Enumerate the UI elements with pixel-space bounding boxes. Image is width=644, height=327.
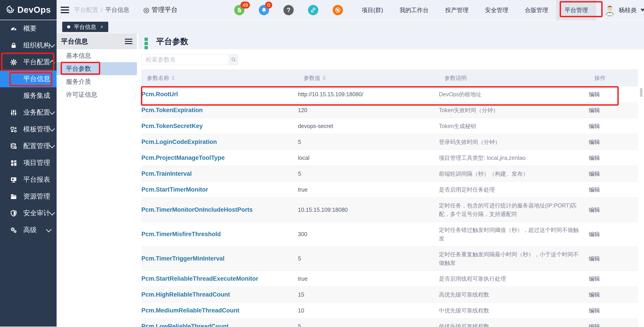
app-logo[interactable]: DevOps	[0, 0, 56, 20]
param-value: 10.15.15.109:18080	[298, 207, 439, 213]
secondary-sidebar-header: 平台信息	[56, 34, 137, 49]
edit-link[interactable]: 编辑	[589, 231, 600, 237]
secondary-menu-icon[interactable]	[125, 39, 132, 44]
table-row[interactable]: Pcm.TimerMonitorOnIncludeHostPorts 10.15…	[141, 198, 638, 222]
table-row[interactable]: Pcm.TimerMisfireThreshold 300 定时任务错过触发时间…	[141, 222, 638, 246]
tab-platform-info[interactable]: 平台信息 ×	[62, 22, 108, 32]
param-name-link[interactable]: Pcm.TimerMisfireThreshold	[141, 231, 221, 237]
sidebar-item-advanced[interactable]: 高级	[0, 222, 56, 238]
param-name-link[interactable]: Pcm.TokenSecretKey	[141, 123, 203, 129]
breadcrumb-parent[interactable]: 平台配置	[74, 6, 98, 14]
param-name-link[interactable]: Pcm.MediumReliableThreadCount	[141, 307, 239, 314]
sidebar-item-platform-report[interactable]: 平台报表	[0, 171, 56, 188]
edit-link[interactable]: 编辑	[589, 307, 600, 313]
secondary-sidebar-items: 基本信息平台参数服务介质许可证信息	[56, 49, 137, 101]
search-button[interactable]	[229, 54, 238, 65]
user-menu[interactable]: 杨桂炎	[604, 0, 644, 20]
param-name-link[interactable]: Pcm.TokenExpiration	[141, 107, 203, 114]
param-name-link[interactable]: Pcm.RootUrl	[141, 91, 178, 98]
sidebar-item-service-integration[interactable]: 服务集成	[0, 87, 56, 104]
link-icon[interactable]	[308, 5, 318, 15]
nav-item-安全管理[interactable]: 安全管理	[477, 0, 516, 20]
collapse-menu-icon[interactable]	[60, 0, 69, 20]
secondary-item-服务介质[interactable]: 服务介质	[56, 75, 137, 88]
sidebar-item-platform-info[interactable]: 平台信息	[0, 71, 56, 87]
table-row[interactable]: Pcm.StartReliableThreadExecuteMonitor tr…	[141, 271, 638, 287]
param-desc: 中优先级可靠线程数	[439, 306, 589, 315]
tab-close-icon[interactable]: ×	[100, 24, 103, 30]
sidebar-item-label: 模板管理	[23, 125, 50, 134]
right-column: 平台信息 × 平台信息 基本信息平台参数服务介质许可证信息 平台参数	[56, 20, 644, 326]
table-row[interactable]: Pcm.LowReliableThreadCount 5 低优先级可靠线程数 编…	[141, 318, 638, 327]
chevron-up-icon	[49, 60, 55, 66]
column-header-参数名称[interactable]: 参数名称	[147, 74, 304, 82]
param-name-link[interactable]: Pcm.StartReliableThreadExecuteMonitor	[141, 275, 258, 282]
table-row[interactable]: Pcm.LoginCodeExpiration 5 登录码失效时间（分钟） 编辑	[141, 134, 638, 150]
vertical-scrollbar[interactable]	[640, 88, 642, 97]
sidebar-item-template-mgmt[interactable]: 模板管理	[0, 121, 56, 138]
column-header-参数说明: 参数说明	[444, 74, 594, 82]
table-row[interactable]: Pcm.RootUrl http://10.15.15.109:18080/ D…	[141, 86, 638, 102]
sidebar-item-organization[interactable]: 组织机构	[0, 37, 56, 54]
nav-item-合版管理[interactable]: 合版管理	[516, 0, 556, 20]
param-value: 5	[298, 323, 439, 327]
table-row[interactable]: Pcm.TokenExpiration 120 Token失效时间（分钟） 编辑	[141, 102, 638, 118]
edit-link[interactable]: 编辑	[589, 123, 600, 129]
param-name-link[interactable]: Pcm.HighReliableThreadCount	[141, 291, 230, 298]
help-icon[interactable]: ?	[284, 5, 294, 15]
edit-link[interactable]: 编辑	[589, 171, 600, 177]
sidebar-item-business-config[interactable]: 业务配置	[0, 104, 56, 121]
edit-link[interactable]: 编辑	[589, 91, 600, 97]
table-row[interactable]: Pcm.StartTimerMonitor true 是否启用定时任务处理 编辑	[141, 182, 638, 198]
sidebar-item-resource-mgmt[interactable]: 资源管理	[0, 188, 56, 205]
edit-link[interactable]: 编辑	[589, 291, 600, 298]
param-name-link[interactable]: Pcm.LowReliableThreadCount	[141, 323, 228, 327]
no-bug-icon[interactable]	[333, 5, 343, 15]
param-name-link[interactable]: Pcm.TimerMonitorOnIncludeHostPorts	[141, 206, 253, 213]
param-desc: 是否启用线程可靠执行处理	[439, 274, 589, 283]
nav-item-平台管理[interactable]: 平台管理	[556, 0, 596, 20]
sidebar-item-platform-config[interactable]: 平台配置	[0, 54, 56, 71]
param-name-link[interactable]: Pcm.TrainInterval	[141, 170, 192, 177]
nav-item-投产管理[interactable]: 投产管理	[437, 0, 477, 20]
param-name-link[interactable]: Pcm.TimerTriggerMinInterval	[141, 255, 224, 262]
param-value: http://10.15.15.109:18080/	[298, 91, 439, 98]
sidebar-item-config-mgmt[interactable]: 配置管理	[0, 138, 56, 154]
edit-link[interactable]: 编辑	[589, 323, 600, 327]
column-header-参数值[interactable]: 参数值	[304, 74, 444, 82]
sort-icon[interactable]	[322, 75, 326, 80]
nav-item-我的工作台[interactable]: 我的工作台	[391, 0, 437, 20]
sidebar-item-project-mgmt[interactable]: 项目管理	[0, 154, 56, 171]
param-name-link[interactable]: Pcm.LoginCodeExpiration	[141, 139, 217, 145]
chevron-down-icon	[49, 42, 55, 48]
param-name-link[interactable]: Pcm.ProjectManageToolType	[141, 154, 225, 161]
param-desc: 定时任务重复触发间隔最小时间（秒），小于这个时间不做触发	[439, 250, 589, 267]
secondary-item-许可证信息[interactable]: 许可证信息	[56, 88, 137, 101]
table-row[interactable]: Pcm.HighReliableThreadCount 15 高优先级可靠线程数…	[141, 287, 638, 302]
table-row[interactable]: Pcm.MediumReliableThreadCount 10 中优先级可靠线…	[141, 302, 638, 318]
edit-link[interactable]: 编辑	[589, 155, 600, 161]
table-header: 参数名称参数值参数说明操作	[141, 69, 638, 86]
table-row[interactable]: Pcm.TrainInterval 5 前端轮训间隔（秒）（构建、发布） 编辑	[141, 166, 638, 182]
edit-link[interactable]: 编辑	[589, 186, 600, 193]
edit-link[interactable]: 编辑	[589, 255, 600, 262]
chevron-down-icon	[49, 109, 55, 115]
sidebar-item-label: 平台配置	[23, 58, 50, 67]
secondary-item-平台参数[interactable]: 平台参数	[56, 62, 137, 75]
edit-link[interactable]: 编辑	[589, 275, 600, 282]
param-name-link[interactable]: Pcm.StartTimerMonitor	[141, 186, 208, 193]
search-input[interactable]	[141, 54, 229, 65]
table-row[interactable]: Pcm.TimerTriggerMinInterval 5 定时任务重复触发间隔…	[141, 246, 638, 271]
table-row[interactable]: Pcm.ProjectManageToolType local 项目管理工具类型…	[141, 150, 638, 166]
secondary-item-基本信息[interactable]: 基本信息	[56, 49, 137, 62]
edit-link[interactable]: 编辑	[589, 207, 600, 213]
edit-link[interactable]: 编辑	[589, 107, 600, 113]
param-value: 15	[298, 291, 439, 298]
nav-item-项目(群)[interactable]: 项目(群)	[354, 0, 391, 20]
edit-link[interactable]: 编辑	[589, 139, 600, 145]
sidebar-item-overview[interactable]: 概要	[0, 20, 56, 37]
topbar-icon-group: 49 0 ?	[234, 0, 343, 20]
sort-icon[interactable]	[172, 75, 175, 80]
table-row[interactable]: Pcm.TokenSecretKey devops-secret Token生成…	[141, 118, 638, 134]
sidebar-item-security-audit[interactable]: 安全审计	[0, 205, 56, 222]
